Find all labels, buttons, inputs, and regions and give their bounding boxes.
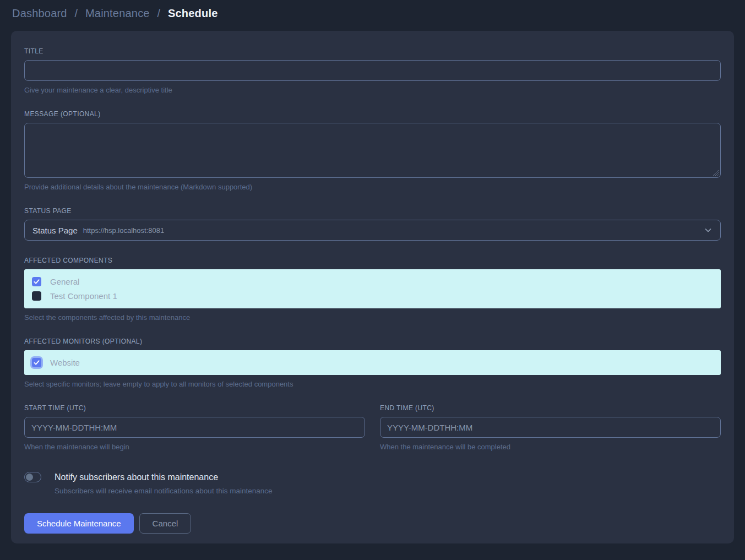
time-fields-row: START TIME (UTC) When the maintenance wi… — [24, 404, 721, 451]
affected-monitors-label: AFFECTED MONITORS (OPTIONAL) — [24, 338, 721, 345]
checkbox-icon[interactable] — [32, 277, 41, 286]
start-time-field-group: START TIME (UTC) When the maintenance wi… — [24, 404, 365, 451]
notify-subscribers-helper-text: Subscribers will receive email notificat… — [55, 487, 721, 495]
component-option-label: General — [50, 277, 79, 286]
breadcrumb-dashboard[interactable]: Dashboard — [12, 7, 67, 19]
checkbox-icon[interactable] — [32, 358, 41, 367]
schedule-maintenance-button[interactable]: Schedule Maintenance — [24, 513, 134, 534]
component-option-label: Test Component 1 — [50, 291, 117, 301]
top-bar: Dashboard / Maintenance / Schedule — [0, 0, 745, 26]
schedule-maintenance-form-card: TITLE Give your maintenance a clear, des… — [11, 31, 734, 543]
status-page-label: STATUS PAGE — [24, 207, 721, 215]
affected-monitors-field-group: AFFECTED MONITORS (OPTIONAL) Website Sel… — [24, 338, 721, 388]
message-label: MESSAGE (OPTIONAL) — [24, 110, 721, 118]
component-option-test-component-1[interactable]: Test Component 1 — [32, 291, 713, 301]
affected-components-field-group: AFFECTED COMPONENTS General Test Compone… — [24, 257, 721, 322]
toggle-knob — [26, 474, 33, 481]
notify-subscribers-toggle[interactable] — [24, 472, 41, 482]
status-page-selected-url: https://hsp.localhost:8081 — [83, 226, 164, 235]
title-label: TITLE — [24, 47, 721, 55]
checkbox-icon[interactable] — [32, 291, 41, 301]
cancel-button[interactable]: Cancel — [139, 513, 192, 534]
end-time-helper-text: When the maintenance will be completed — [380, 443, 721, 451]
notify-subscribers-label: Notify subscribers about this maintenanc… — [55, 472, 218, 482]
breadcrumb-separator: / — [74, 7, 78, 19]
message-field-group: MESSAGE (OPTIONAL) Provide additional de… — [24, 110, 721, 191]
start-time-label: START TIME (UTC) — [24, 404, 365, 412]
breadcrumb: Dashboard / Maintenance / Schedule — [12, 7, 733, 20]
end-time-label: END TIME (UTC) — [380, 404, 721, 412]
start-time-helper-text: When the maintenance will begin — [24, 443, 365, 451]
component-option-general[interactable]: General — [32, 277, 713, 286]
affected-components-listbox: General Test Component 1 — [24, 269, 721, 308]
affected-monitors-helper-text: Select specific monitors; leave empty to… — [24, 380, 721, 388]
affected-components-helper-text: Select the components affected by this m… — [24, 313, 721, 322]
status-page-select[interactable]: Status Page https://hsp.localhost:8081 — [24, 220, 721, 241]
end-time-field-group: END TIME (UTC) When the maintenance will… — [380, 404, 721, 451]
message-textarea[interactable] — [24, 123, 721, 178]
title-helper-text: Give your maintenance a clear, descripti… — [24, 86, 721, 94]
breadcrumb-maintenance[interactable]: Maintenance — [85, 7, 150, 19]
notify-subscribers-group: Notify subscribers about this maintenanc… — [24, 472, 721, 495]
end-time-input[interactable] — [380, 417, 721, 438]
title-field-group: TITLE Give your maintenance a clear, des… — [24, 47, 721, 94]
status-page-selected-name: Status Page — [32, 226, 78, 235]
affected-monitors-listbox: Website — [24, 350, 721, 375]
form-actions: Schedule Maintenance Cancel — [24, 513, 721, 534]
monitor-option-website[interactable]: Website — [32, 358, 713, 367]
status-page-field-group: STATUS PAGE Status Page https://hsp.loca… — [24, 207, 721, 241]
title-input[interactable] — [24, 60, 721, 81]
monitor-option-label: Website — [50, 358, 80, 367]
chevron-down-icon — [704, 226, 713, 235]
message-helper-text: Provide additional details about the mai… — [24, 183, 721, 191]
start-time-input[interactable] — [24, 417, 365, 438]
breadcrumb-current-schedule: Schedule — [168, 7, 218, 19]
affected-components-label: AFFECTED COMPONENTS — [24, 257, 721, 264]
breadcrumb-separator: / — [157, 7, 160, 19]
